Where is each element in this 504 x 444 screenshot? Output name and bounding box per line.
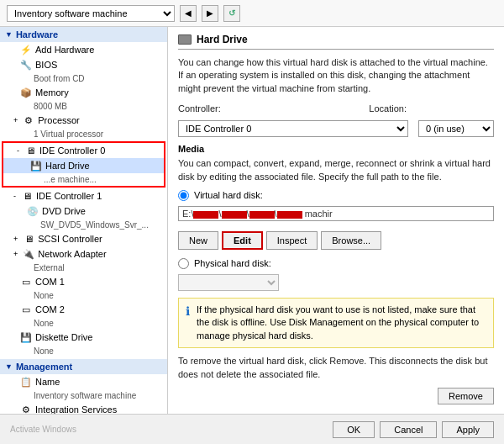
controller-location-row: Controller: Location: (178, 103, 494, 114)
processor-expand-icon[interactable]: + (13, 116, 18, 124)
scsi-label: SCSI Controller (38, 234, 102, 244)
sidebar-item-com1-group: ▭ COM 1 None (0, 274, 167, 302)
controller-select[interactable]: IDE Controller 0 (178, 120, 408, 137)
ok-button[interactable]: OK (333, 421, 375, 438)
vhd-path-row: E:\\\\ machir (178, 206, 494, 226)
sidebar-item-integration[interactable]: ⚙ Integration Services (0, 402, 167, 414)
sidebar-item-memory-group: 📦 Memory 8000 MB (0, 85, 167, 113)
remove-button[interactable]: Remove (438, 388, 494, 404)
ide1-expand-icon[interactable]: - (13, 192, 16, 200)
vhd-path-display: E:\\\\ machir (178, 206, 494, 221)
memory-label: Memory (35, 87, 69, 98)
hdd-icon: 💾 (30, 160, 42, 172)
physical-hd-radio-row: Physical hard disk: (178, 258, 494, 269)
media-description: You can compact, convert, expand, merge,… (178, 157, 494, 183)
panel-title-text: Hard Drive (197, 34, 248, 45)
media-section-label: Media (178, 144, 494, 154)
physical-disk-select[interactable] (178, 274, 279, 291)
management-collapse-icon[interactable]: ▼ (5, 362, 13, 371)
remove-note: To remove the virtual hard disk, click R… (178, 355, 494, 381)
sidebar-item-ide1[interactable]: - 🖥 IDE Controller 1 (0, 188, 167, 204)
info-icon: ℹ (186, 304, 190, 342)
com1-icon: ▭ (20, 276, 32, 288)
hardware-section-label: Hardware (16, 29, 58, 40)
panel-description: You can change how this virtual hard dis… (178, 56, 494, 95)
vm-selector[interactable]: Inventory software machine (7, 5, 175, 22)
name-label: Name (35, 377, 60, 387)
sidebar-item-name-group: 📋 Name Inventory software machine (0, 374, 167, 402)
diskette-icon: 💾 (20, 331, 32, 343)
ide0-group: - 🖥 IDE Controller 0 💾 Hard Drive ...e m… (2, 141, 165, 188)
hardware-section-header: ▼ Hardware (0, 27, 167, 42)
processor-sublabel: 1 Virtual processor (0, 128, 167, 140)
right-panel: Hard Drive You can change how this virtu… (168, 27, 504, 414)
sidebar-item-scsi[interactable]: + 🖥 SCSI Controller (0, 231, 167, 246)
management-section-header: ▼ Management (0, 359, 167, 374)
controller-label: Controller: (178, 103, 237, 114)
network-sublabel-row: External (0, 262, 167, 274)
dialog-buttons: OK Cancel Apply (333, 421, 494, 438)
info-text: If the physical hard disk you want to us… (197, 304, 486, 342)
sidebar-item-dvd[interactable]: 💿 DVD Drive (0, 204, 167, 219)
refresh-button[interactable]: ↺ (223, 5, 240, 22)
diskette-label: Diskette Drive (35, 332, 92, 342)
com1-label: COM 1 (35, 277, 65, 287)
sidebar-item-com1[interactable]: ▭ COM 1 (0, 274, 167, 289)
sidebar-item-bios[interactable]: 🔧 BIOS (0, 57, 167, 72)
com2-icon: ▭ (20, 304, 32, 315)
edit-button[interactable]: Edit (222, 231, 263, 250)
diskette-sublabel-row: None (0, 345, 167, 357)
new-button[interactable]: New (178, 231, 218, 250)
physical-section (178, 274, 494, 291)
location-label: Location: (369, 103, 428, 114)
virtual-hd-radio-row: Virtual hard disk: (178, 190, 494, 201)
sidebar-item-name[interactable]: 📋 Name (0, 374, 167, 389)
dvd-sublabel-row: SW_DVD5_Windows_Svr_... (0, 219, 167, 231)
sidebar-item-memory[interactable]: 📦 Memory (0, 85, 167, 100)
title-bar: Inventory software machine ◀ ▶ ↺ (0, 0, 504, 27)
hdd-sublabel-row: ...e machine... (3, 173, 164, 186)
hardware-collapse-icon[interactable]: ▼ (5, 30, 13, 39)
sidebar-item-hard-drive[interactable]: 💾 Hard Drive (3, 158, 164, 173)
com2-sublabel-row: None (0, 317, 167, 330)
panel-hdd-icon (178, 34, 192, 45)
physical-hd-radio[interactable] (178, 258, 189, 269)
bios-label: BIOS (35, 60, 57, 70)
com2-label: COM 2 (35, 304, 65, 314)
ide0-expand-icon[interactable]: - (17, 146, 19, 155)
apply-button[interactable]: Apply (442, 421, 494, 438)
sidebar-item-add-hardware[interactable]: ⚡ Add Hardware (0, 42, 167, 57)
name-sublabel-row: Inventory software machine (0, 389, 167, 402)
content-area: ▼ Hardware ⚡ Add Hardware 🔧 BIOS Boot fr… (0, 27, 504, 414)
back-button[interactable]: ◀ (180, 5, 197, 22)
memory-icon: 📦 (20, 87, 32, 98)
location-select[interactable]: 0 (in use) (418, 120, 494, 137)
ide1-icon: 🖥 (21, 190, 33, 202)
memory-sublabel: 8000 MB (0, 100, 167, 113)
cancel-button[interactable]: Cancel (380, 421, 437, 438)
hdd-label: Hard Drive (45, 161, 90, 171)
dvd-label: DVD Drive (42, 206, 86, 216)
left-panel: ▼ Hardware ⚡ Add Hardware 🔧 BIOS Boot fr… (0, 27, 168, 414)
network-expand-icon[interactable]: + (13, 250, 18, 258)
forward-button[interactable]: ▶ (202, 5, 218, 22)
bios-icon: 🔧 (20, 59, 32, 71)
inspect-button[interactable]: Inspect (266, 231, 318, 250)
ide0-icon: 🖥 (24, 145, 36, 156)
scsi-expand-icon[interactable]: + (13, 235, 18, 243)
integration-icon: ⚙ (20, 404, 32, 414)
sidebar-item-diskette[interactable]: 💾 Diskette Drive (0, 330, 167, 345)
add-hardware-icon: ⚡ (20, 44, 32, 56)
virtual-hd-radio[interactable] (178, 190, 189, 201)
sidebar-item-network[interactable]: + 🔌 Network Adapter (0, 246, 167, 262)
sidebar-item-processor[interactable]: + ⚙ Processor (0, 113, 167, 128)
sidebar-item-ide0[interactable]: - 🖥 IDE Controller 0 (3, 143, 164, 158)
integration-label: Integration Services (35, 404, 117, 414)
name-icon: 📋 (20, 376, 32, 388)
sidebar-item-com2[interactable]: ▭ COM 2 (0, 302, 167, 317)
browse-button[interactable]: Browse... (321, 231, 381, 250)
controller-select-row: IDE Controller 0 0 (in use) (178, 120, 494, 137)
remove-button-row: Remove (178, 388, 494, 404)
main-container: Inventory software machine ◀ ▶ ↺ ▼ Hardw… (0, 0, 504, 444)
info-box: ℹ If the physical hard disk you want to … (178, 298, 494, 348)
